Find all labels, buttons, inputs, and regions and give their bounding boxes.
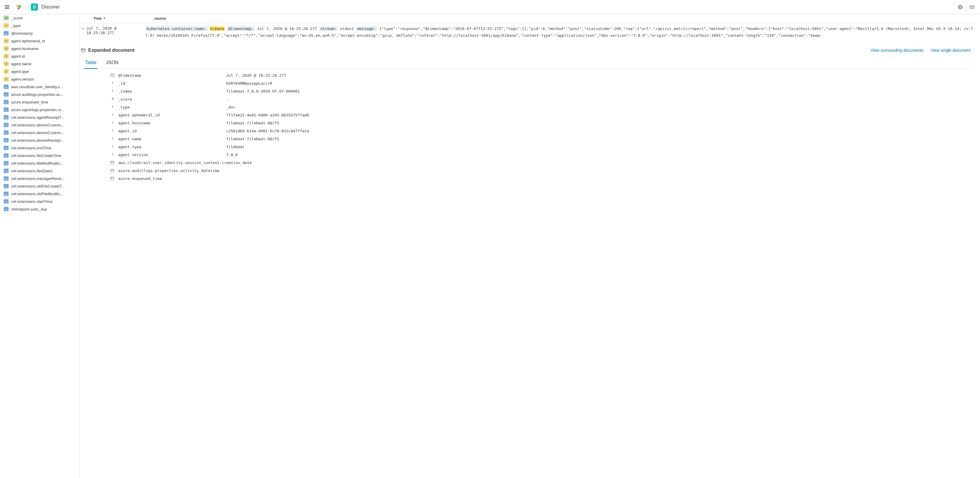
doc-field-row: azure.auditlogs.properties.activity_date… (109, 167, 970, 175)
field-label: checkpoint.subs_exp (11, 207, 47, 211)
field-item[interactable]: cef.extensions.oldFileCreateT... (0, 182, 79, 190)
svg-rect-23 (5, 208, 8, 211)
field-type-date-icon (3, 107, 9, 112)
field-label: azure.signinlogs.properties.cr... (11, 108, 64, 112)
doc-field-value: filebeat-filebeat-88rf5 (226, 137, 970, 141)
field-item[interactable]: #_score (0, 14, 79, 22)
svg-rect-16 (5, 154, 8, 157)
field-label: cef.extensions.deviceCustom... (11, 130, 64, 135)
doc-field-row: aws.cloudtrail.user_identity.session_con… (109, 159, 970, 167)
fields-sidebar[interactable]: #_scoret_type@timestamptagent.ephemeral_… (0, 14, 80, 478)
doc-field-name: _type (116, 105, 226, 110)
field-label: cef.extensions.oldFileModific... (11, 192, 63, 196)
view-single-link[interactable]: View single document (931, 48, 970, 52)
field-type-text-icon: t (3, 23, 9, 28)
view-surrounding-link[interactable]: View surrounding documents (870, 48, 924, 52)
src-key-stream: stream: (319, 26, 338, 31)
field-item[interactable]: tagent.type (0, 68, 79, 75)
field-type-date-icon (3, 191, 9, 196)
field-item[interactable]: azure.enqueued_time (0, 98, 79, 106)
field-label: aws.cloudtrail.user_identity.s... (11, 85, 63, 89)
svg-rect-6 (5, 32, 8, 35)
expand-toggle[interactable] (80, 25, 86, 30)
elastic-logo[interactable] (14, 2, 24, 12)
field-type-date-icon (3, 138, 9, 143)
doc-field-row: tagent.typefilebeat (109, 143, 970, 151)
expanded-doc-title: Expanded document (88, 48, 134, 53)
svg-rect-24 (111, 74, 114, 77)
field-item[interactable]: cef.extensions.startTime (0, 197, 79, 205)
field-item[interactable]: t_type (0, 22, 79, 29)
column-header-time[interactable]: Time (94, 16, 152, 21)
time-cell: Jul 7, 2020 @ 18:25:28.277 (86, 25, 145, 35)
doc-field-row: tagent.version7.8.0 (109, 151, 970, 159)
field-item[interactable]: tagent.id (0, 52, 79, 60)
expanded-document: Expanded document View surrounding docum… (80, 41, 975, 185)
doc-field-type (109, 168, 116, 173)
field-item[interactable]: tagent.version (0, 75, 79, 83)
field-label: agent.hostname (11, 46, 38, 51)
doc-field-type: t (109, 145, 116, 148)
field-label: _type (11, 24, 21, 28)
field-item[interactable]: cef.extensions.deviceReceipt... (0, 137, 79, 144)
field-item[interactable]: tagent.ephemeral_id (0, 37, 79, 45)
field-type-text-icon: t (3, 54, 9, 59)
svg-rect-11 (5, 116, 8, 119)
field-item[interactable]: cef.extensions.fileModificatio... (0, 159, 79, 167)
app-header: D Discover (0, 0, 980, 14)
field-item[interactable]: checkpoint.subs_exp (0, 205, 79, 213)
app-badge[interactable]: D (31, 3, 38, 11)
column-time-label: Time (94, 16, 102, 21)
field-label: agent.version (11, 77, 34, 81)
folder-open-icon (81, 47, 86, 54)
chevron-down-icon (81, 27, 85, 30)
doc-field-name: agent.type (116, 145, 226, 149)
field-type-date-icon (3, 122, 9, 127)
tab-json[interactable]: JSON (105, 57, 120, 69)
mail-icon (969, 5, 975, 10)
field-item[interactable]: aws.cloudtrail.user_identity.s... (0, 83, 79, 91)
column-header-source[interactable]: _source (152, 16, 975, 21)
field-item[interactable]: cef.extensions.fileCreateTime (0, 152, 79, 159)
doc-field-type (109, 160, 116, 165)
doc-field-row: tagent.namefilebeat-filebeat-88rf5 (109, 135, 970, 143)
field-item[interactable]: cef.extensions.oldFileModific... (0, 190, 79, 197)
svg-point-0 (16, 5, 19, 7)
field-item[interactable]: cef.extensions.deviceCustom... (0, 129, 79, 137)
doc-field-value: 7.8.0 (226, 152, 970, 157)
menu-toggle-button[interactable] (2, 2, 12, 12)
field-item[interactable]: tagent.name (0, 60, 79, 68)
field-item[interactable]: cef.extensions.managerRecei... (0, 175, 79, 182)
field-type-date-icon (3, 153, 9, 158)
tab-table[interactable]: Table (84, 57, 98, 69)
doc-field-type (109, 73, 116, 77)
doc-field-value: - (226, 97, 970, 102)
field-item[interactable]: cef.extensions.flexDate1 (0, 167, 79, 175)
doc-field-type: t (109, 152, 116, 156)
app-title[interactable]: Discover (41, 5, 60, 10)
doc-field-row: #_score - (109, 95, 970, 103)
doc-field-row: t_type_doc (109, 103, 970, 111)
field-item[interactable]: cef.extensions.endTime (0, 144, 79, 152)
doc-field-row: tagent.ephemeral_id7f1fa622-4a41-4d00-a2… (109, 111, 970, 119)
field-label: azure.auditlogs.properties.ac... (11, 92, 64, 97)
field-item[interactable]: azure.signinlogs.properties.cr... (0, 106, 79, 113)
field-label: cef.extensions.managerRecei... (11, 176, 65, 181)
src-key-container-name: kubernetes.container.name: (145, 26, 208, 31)
field-label: cef.extensions.agentReceiptT... (11, 115, 64, 120)
svg-rect-18 (5, 170, 8, 173)
field-item[interactable]: @timestamp (0, 29, 79, 37)
field-item[interactable]: tagent.hostname (0, 45, 79, 52)
doc-field-name: azure.enqueued_time (116, 176, 226, 181)
mail-button[interactable] (966, 1, 978, 13)
sort-desc-icon[interactable] (103, 16, 106, 21)
svg-rect-9 (5, 101, 8, 104)
field-item[interactable]: azure.auditlogs.properties.ac... (0, 91, 79, 98)
svg-rect-14 (5, 139, 8, 142)
doc-field-type: # (109, 97, 116, 101)
field-item[interactable]: cef.extensions.deviceCustom... (0, 121, 79, 129)
field-item[interactable]: cef.extensions.agentReceiptT... (0, 113, 79, 121)
newsfeed-button[interactable] (954, 1, 966, 13)
svg-rect-22 (5, 200, 8, 203)
doc-field-value: filebeat-7.8.0-2020.07.07-000001 (226, 89, 970, 94)
